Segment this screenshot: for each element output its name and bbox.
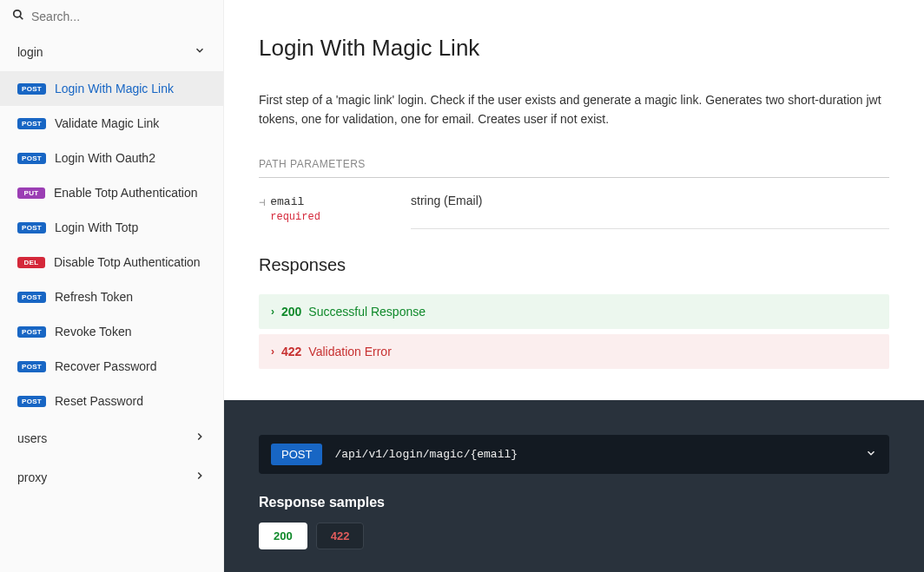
sidebar-group-proxy[interactable]: proxy	[0, 457, 223, 496]
sidebar-item-label: Enable Totp Authentication	[54, 186, 198, 200]
sidebar-item-label: Disable Totp Authentication	[54, 255, 201, 269]
sidebar-item-label: Revoke Token	[55, 325, 131, 339]
method-badge: POST	[17, 153, 46, 164]
svg-point-0	[14, 10, 21, 17]
sidebar-item[interactable]: POSTLogin With Magic Link	[0, 71, 223, 106]
sidebar-group-users[interactable]: users	[0, 418, 223, 457]
method-badge: POST	[17, 361, 46, 372]
response-samples-heading: Response samples	[259, 495, 889, 510]
sidebar-group-label: proxy	[17, 470, 47, 484]
parameter-name: email	[270, 195, 304, 208]
method-badge: POST	[17, 83, 46, 95]
operation-description: First step of a 'magic link' login. Chec…	[259, 91, 889, 128]
parameter-row: ⊣emailrequiredstring (Email)	[259, 194, 889, 229]
sidebar-group-label: users	[17, 431, 47, 445]
sidebar-item-label: Login With Magic Link	[55, 82, 174, 95]
endpoint-bar[interactable]: POST /api/v1/login/magic/{email}	[259, 435, 889, 474]
sidebar: loginPOSTLogin With Magic LinkPOSTValida…	[0, 0, 224, 572]
sidebar-item[interactable]: POSTLogin With Oauth2	[0, 141, 223, 175]
response-text: Validation Error	[308, 345, 391, 358]
chevron-down-icon	[194, 44, 206, 59]
method-badge: POST	[17, 396, 46, 407]
sidebar-item-label: Recover Password	[55, 359, 157, 373]
endpoint-method-badge: POST	[271, 444, 322, 465]
chevron-right-icon: ›	[271, 345, 274, 358]
page-title: Login With Magic Link	[259, 35, 889, 62]
svg-line-1	[20, 16, 23, 20]
sidebar-item[interactable]: POSTRecover Password	[0, 349, 223, 384]
chevron-right-icon: ›	[271, 306, 274, 318]
method-badge: POST	[17, 118, 46, 129]
chevron-right-icon	[194, 470, 206, 484]
response-code: 422	[281, 345, 301, 358]
method-badge: DEL	[17, 257, 45, 268]
sidebar-item-label: Login With Totp	[55, 220, 138, 234]
method-badge: POST	[17, 326, 46, 338]
response-row-200[interactable]: ›200Successful Response	[259, 294, 889, 329]
parameter-type: string (Email)	[411, 194, 889, 229]
main-content: Login With Magic Link First step of a 'm…	[224, 0, 924, 572]
endpoint-path: /api/v1/login/magic/{email}	[334, 448, 853, 461]
sidebar-item[interactable]: POSTReset Password	[0, 384, 223, 418]
sidebar-item[interactable]: POSTLogin With Totp	[0, 210, 223, 245]
sidebar-item[interactable]: POSTValidate Magic Link	[0, 106, 223, 141]
responses-heading: Responses	[259, 255, 889, 275]
path-parameters-label: PATH PARAMETERS	[259, 158, 889, 178]
sidebar-item-label: Validate Magic Link	[55, 116, 159, 130]
response-row-422[interactable]: ›422Validation Error	[259, 334, 889, 369]
samples-panel: POST /api/v1/login/magic/{email} Respons…	[224, 400, 924, 572]
sidebar-item[interactable]: POSTRevoke Token	[0, 314, 223, 349]
sidebar-item[interactable]: DELDisable Totp Authentication	[0, 245, 223, 279]
tree-mark-icon: ⊣	[259, 194, 265, 222]
search-bar	[0, 0, 223, 32]
search-input[interactable]	[31, 10, 211, 23]
sidebar-item[interactable]: PUTEnable Totp Authentication	[0, 175, 223, 210]
parameter-required: required	[270, 211, 320, 223]
sidebar-item-label: Login With Oauth2	[55, 151, 155, 165]
sample-tab-422[interactable]: 422	[316, 523, 365, 549]
method-badge: PUT	[17, 187, 45, 199]
response-text: Successful Response	[308, 305, 426, 319]
sidebar-item-label: Reset Password	[55, 394, 143, 408]
chevron-down-icon	[865, 447, 877, 462]
response-code: 200	[281, 305, 301, 319]
search-icon	[12, 9, 24, 23]
sidebar-item-label: Refresh Token	[55, 290, 133, 304]
sidebar-item[interactable]: POSTRefresh Token	[0, 279, 223, 314]
sidebar-group-label: login	[17, 45, 43, 59]
sidebar-group-login[interactable]: login	[0, 32, 223, 71]
sample-tab-200[interactable]: 200	[259, 523, 307, 549]
chevron-right-icon	[194, 431, 206, 445]
method-badge: POST	[17, 222, 46, 233]
method-badge: POST	[17, 292, 46, 303]
